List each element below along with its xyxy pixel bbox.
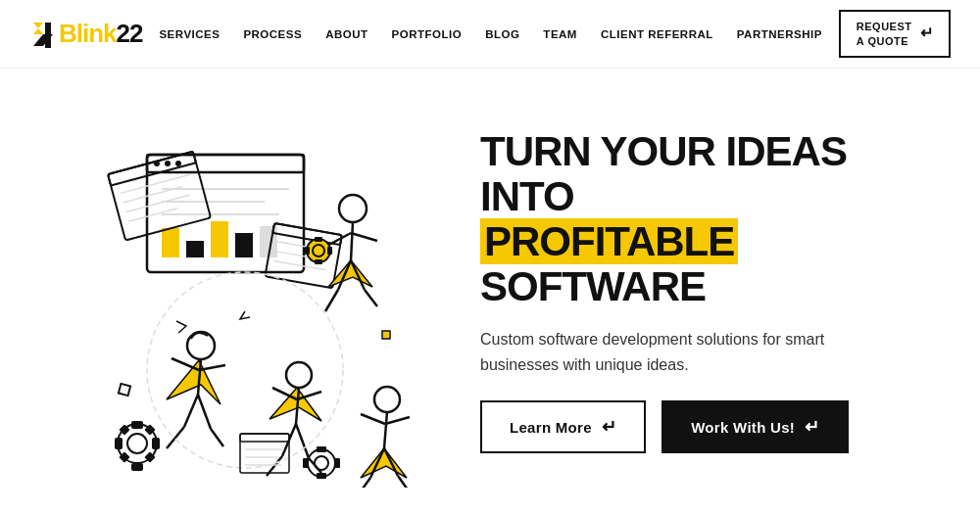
svg-rect-81 — [317, 446, 326, 452]
svg-line-61 — [384, 412, 387, 448]
svg-point-7 — [175, 161, 181, 166]
nav-about[interactable]: ABOUT — [325, 28, 368, 40]
hero-content: TURN YOUR IDEAS INTO PROFITABLE SOFTWARE… — [451, 129, 951, 454]
request-quote-button[interactable]: REQUESTA QUOTE ↵ — [839, 10, 951, 58]
logo-icon — [29, 21, 57, 48]
svg-point-6 — [165, 161, 171, 166]
svg-rect-2 — [45, 23, 51, 48]
enter-icon: ↵ — [920, 23, 934, 44]
svg-line-31 — [351, 233, 377, 241]
nav-process[interactable]: PROCESS — [243, 28, 302, 40]
svg-line-47 — [184, 395, 198, 427]
svg-marker-0 — [33, 23, 43, 34]
svg-rect-82 — [317, 473, 326, 479]
svg-line-67 — [358, 478, 370, 488]
svg-line-63 — [385, 417, 410, 424]
nav-team[interactable]: TEAM — [543, 28, 577, 40]
hero-title-highlight: PROFITABLE — [480, 218, 738, 264]
hero-title-line2: SOFTWARE — [480, 263, 706, 309]
svg-rect-37 — [327, 247, 332, 255]
svg-point-42 — [187, 332, 215, 359]
main-nav: SERVICES PROCESS ABOUT PORTFOLIO BLOG TE… — [159, 28, 821, 40]
svg-rect-17 — [108, 151, 196, 185]
svg-rect-72 — [131, 463, 143, 471]
svg-rect-12 — [186, 241, 204, 257]
svg-rect-86 — [240, 434, 289, 473]
learn-more-label: Learn More — [510, 419, 592, 436]
nav-services[interactable]: SERVICES — [159, 28, 220, 40]
svg-marker-64 — [361, 448, 407, 478]
logo-text: Blink22 — [59, 19, 143, 49]
svg-rect-91 — [119, 383, 130, 395]
svg-rect-35 — [315, 259, 322, 264]
svg-line-68 — [398, 476, 410, 488]
svg-point-85 — [147, 272, 343, 468]
nav-blog[interactable]: BLOG — [485, 28, 519, 40]
learn-more-button[interactable]: Learn More ↵ — [480, 400, 646, 453]
svg-line-49 — [167, 427, 184, 448]
svg-rect-83 — [303, 458, 309, 468]
svg-rect-23 — [272, 223, 342, 245]
svg-point-27 — [339, 195, 367, 222]
svg-line-40 — [325, 290, 338, 311]
nav-partnership[interactable]: PARTNERSHIP — [737, 28, 822, 40]
svg-line-50 — [211, 429, 223, 446]
svg-line-41 — [365, 290, 377, 306]
hero-section: TURN YOUR IDEAS INTO PROFITABLE SOFTWARE… — [0, 69, 980, 514]
hero-illustration — [39, 86, 451, 497]
hero-title-line1: TURN YOUR IDEAS INTO — [480, 128, 847, 219]
logo[interactable]: Blink22 — [29, 19, 143, 49]
svg-rect-71 — [131, 421, 143, 429]
work-with-us-enter-icon: ↵ — [805, 416, 819, 438]
svg-line-28 — [351, 222, 353, 260]
svg-rect-11 — [162, 228, 179, 257]
svg-rect-14 — [235, 233, 253, 257]
svg-line-18 — [121, 174, 190, 193]
nav-client-referral[interactable]: CLIENT REFERRAL — [601, 28, 713, 40]
learn-more-enter-icon: ↵ — [602, 416, 616, 438]
header: Blink22 SERVICES PROCESS ABOUT PORTFOLIO… — [0, 0, 980, 69]
svg-rect-87 — [240, 434, 289, 442]
svg-rect-74 — [152, 438, 160, 449]
request-quote-label: REQUESTA QUOTE — [857, 20, 912, 48]
svg-point-80 — [315, 456, 328, 470]
svg-line-19 — [123, 186, 182, 202]
svg-line-62 — [361, 414, 385, 424]
work-with-us-label: Work With Us! — [691, 419, 795, 436]
svg-rect-92 — [382, 331, 390, 339]
hero-subtitle: Custom software development solutions fo… — [480, 327, 892, 377]
svg-point-70 — [127, 434, 147, 453]
svg-rect-73 — [115, 438, 122, 449]
svg-line-20 — [126, 195, 190, 211]
svg-rect-36 — [305, 247, 310, 255]
svg-line-48 — [198, 395, 211, 429]
hero-buttons: Learn More ↵ Work With Us! ↵ — [480, 400, 951, 453]
svg-rect-84 — [334, 458, 340, 468]
work-with-us-button[interactable]: Work With Us! ↵ — [662, 400, 849, 453]
svg-rect-34 — [315, 237, 322, 242]
svg-point-60 — [374, 387, 400, 412]
nav-portfolio[interactable]: PORTFOLIO — [392, 28, 463, 40]
svg-rect-13 — [211, 221, 228, 257]
svg-point-51 — [286, 362, 312, 388]
svg-point-32 — [307, 239, 330, 262]
hero-title: TURN YOUR IDEAS INTO PROFITABLE SOFTWARE — [480, 129, 951, 310]
